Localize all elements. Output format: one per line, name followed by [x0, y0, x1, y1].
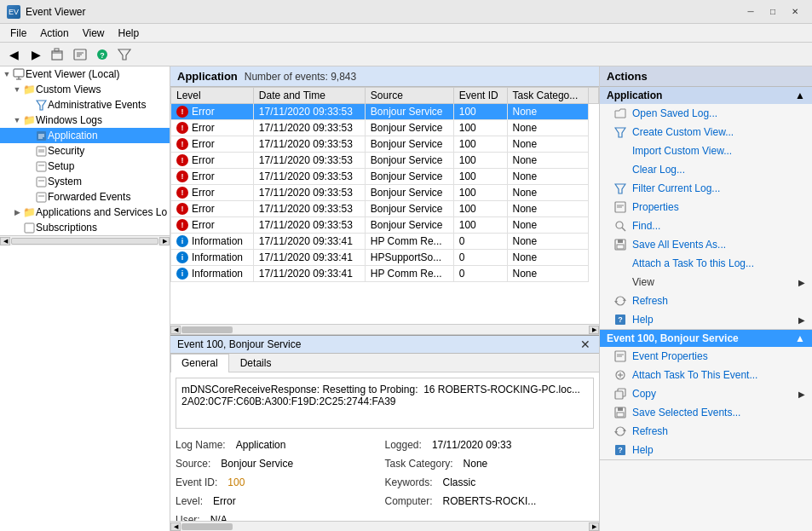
action-save-all-events[interactable]: Save All Events As... — [600, 235, 812, 254]
toolbar-filter[interactable] — [114, 45, 135, 64]
table-row[interactable]: ! Error 17/11/2020 09:33:53 Bonjour Serv… — [171, 169, 599, 185]
action-import-custom-view[interactable]: Import Custom View... — [600, 141, 812, 160]
cell-level: i Information — [171, 234, 254, 250]
table-row[interactable]: ! Error 17/11/2020 09:33:53 Bonjour Serv… — [171, 217, 599, 234]
table-row[interactable]: i Information 17/11/2020 09:33:41 HP Com… — [171, 266, 599, 282]
table-row[interactable]: i Information 17/11/2020 09:33:41 HP Com… — [171, 234, 599, 250]
scroll-right-btn[interactable]: ▶ — [159, 237, 170, 245]
tree-item-forwarded[interactable]: ▶ Forwarded Events — [0, 189, 170, 205]
menu-action[interactable]: Action — [33, 26, 75, 41]
events-table-container[interactable]: Level Date and Time Source Event ID Task… — [170, 87, 599, 324]
col-eventid[interactable]: Event ID — [453, 88, 507, 104]
col-taskcategory[interactable]: Task Catego... — [507, 88, 588, 104]
tree-label-event-viewer: Event Viewer (Local) — [26, 68, 120, 80]
menu-view[interactable]: View — [76, 26, 112, 41]
actions-section-header-event100[interactable]: Event 100, Bonjour Service ▲ — [600, 330, 812, 347]
table-scroll-right[interactable]: ▶ — [589, 326, 599, 334]
maximize-button[interactable]: □ — [763, 3, 783, 20]
action-help-event[interactable]: ? Help — [600, 441, 812, 459]
toolbar-help[interactable]: ? — [92, 45, 112, 64]
tree-item-security[interactable]: ▶ Security — [0, 143, 170, 159]
error-level-icon: ! — [176, 219, 188, 231]
tree-label-subscriptions: Subscriptions — [36, 222, 97, 234]
field-logged-row: Logged: 17/11/2020 09:33 — [385, 436, 595, 454]
field-level-label: Level: — [176, 493, 203, 509]
table-scroll-thumb[interactable] — [181, 326, 233, 333]
detail-scroll-left[interactable]: ◀ — [170, 522, 181, 531]
action-refresh-event[interactable]: Refresh — [600, 422, 812, 441]
tree-item-subscriptions[interactable]: ▶ Subscriptions — [0, 220, 170, 235]
table-row[interactable]: ! Error 17/11/2020 09:33:53 Bonjour Serv… — [171, 153, 599, 169]
minimize-button[interactable]: ─ — [740, 3, 761, 20]
action-create-custom-view[interactable]: Create Custom View... — [600, 123, 812, 141]
expand-icon[interactable]: ▼ — [2, 69, 12, 79]
tree-item-app-services[interactable]: ▶ 📁 Applications and Services Lo — [0, 205, 170, 220]
action-attach-task-log[interactable]: Attach a Task To this Log... — [600, 254, 812, 273]
detail-hscroll[interactable]: ◀ ▶ — [170, 521, 599, 531]
find-icon — [613, 219, 627, 233]
action-help-app[interactable]: ? Help ▶ — [600, 310, 812, 329]
action-filter-log[interactable]: Filter Current Log... — [600, 179, 812, 198]
col-source[interactable]: Source — [365, 88, 453, 104]
tab-general[interactable]: General — [170, 354, 229, 372]
expand-icon-custom[interactable]: ▼ — [12, 84, 22, 95]
tree-item-admin-events[interactable]: ▶ Administrative Events — [0, 97, 170, 113]
action-view[interactable]: View ▶ — [600, 273, 812, 291]
action-copy[interactable]: Copy ▶ — [600, 384, 812, 403]
table-row[interactable]: i Information 17/11/2020 09:33:41 HPSupp… — [171, 250, 599, 266]
menu-help[interactable]: Help — [112, 26, 147, 41]
action-find[interactable]: Find... — [600, 216, 812, 235]
tree-item-system[interactable]: ▶ System — [0, 174, 170, 189]
tree-item-setup[interactable]: ▶ Setup — [0, 159, 170, 174]
scroll-left-btn[interactable]: ◀ — [0, 237, 10, 245]
table-row[interactable]: ! Error 17/11/2020 09:33:53 Bonjour Serv… — [171, 120, 599, 136]
action-open-saved-log[interactable]: Open Saved Log... — [600, 104, 812, 123]
toolbar-open[interactable] — [48, 45, 68, 64]
action-save-selected[interactable]: Save Selected Events... — [600, 403, 812, 422]
event-detail-content[interactable]: mDNSCoreReceiveResponse: Resetting to Pr… — [170, 372, 599, 521]
toolbar-properties[interactable] — [70, 45, 90, 64]
filter-log-icon — [613, 182, 627, 195]
actions-section-collapse-event[interactable]: ▲ — [795, 332, 805, 344]
tab-details[interactable]: Details — [229, 354, 283, 372]
menu-file[interactable]: File — [3, 26, 33, 41]
detail-scroll-thumb[interactable] — [181, 523, 233, 530]
event-detail-close[interactable]: ✕ — [579, 338, 592, 351]
table-row[interactable]: ! Error 17/11/2020 09:33:53 Bonjour Serv… — [171, 136, 599, 153]
expand-icon-windows[interactable]: ▼ — [12, 115, 22, 125]
tree-item-windows-logs[interactable]: ▼ 📁 Windows Logs — [0, 113, 170, 128]
cell-level: ! Error — [171, 104, 254, 120]
action-refresh-app[interactable]: Refresh — [600, 291, 812, 310]
toolbar-back[interactable]: ◀ — [3, 45, 24, 64]
table-scroll-left[interactable]: ◀ — [170, 326, 181, 334]
actions-section-header-application[interactable]: Application ▲ — [600, 87, 812, 104]
event-message: mDNSCoreReceiveResponse: Resetting to Pr… — [176, 378, 594, 429]
scroll-thumb[interactable] — [11, 238, 158, 245]
tree-hscroll[interactable]: ◀ ▶ — [0, 235, 170, 245]
help-event-icon: ? — [613, 443, 627, 457]
tree-item-application[interactable]: ▶ Application — [0, 128, 170, 143]
expand-icon-appservices[interactable]: ▶ — [12, 207, 22, 217]
table-hscroll[interactable]: ◀ ▶ — [170, 324, 599, 334]
col-datetime[interactable]: Date and Time — [253, 88, 365, 104]
detail-scroll-right[interactable]: ▶ — [589, 522, 599, 531]
table-row[interactable]: ! Error 17/11/2020 09:33:53 Bonjour Serv… — [171, 201, 599, 217]
action-properties[interactable]: Properties — [600, 198, 812, 216]
tree-item-custom-views[interactable]: ▼ 📁 Custom Views — [0, 82, 170, 97]
error-level-icon: ! — [176, 106, 188, 118]
action-clear-log[interactable]: Clear Log... — [600, 160, 812, 179]
actions-section-collapse-app[interactable]: ▲ — [795, 89, 805, 101]
action-attach-task-event[interactable]: Attach Task To This Event... — [600, 366, 812, 384]
field-keywords-label: Keywords: — [385, 475, 433, 490]
events-count: Number of events: 9,843 — [245, 71, 356, 83]
table-row[interactable]: ! Error 17/11/2020 09:33:53 Bonjour Serv… — [171, 185, 599, 201]
table-row[interactable]: ! Error 17/11/2020 09:33:53 Bonjour Serv… — [171, 104, 599, 120]
cell-eventid: 100 — [453, 104, 507, 120]
col-level[interactable]: Level — [171, 88, 254, 104]
cell-eventid: 0 — [453, 266, 507, 282]
action-event-properties[interactable]: Event Properties — [600, 347, 812, 366]
field-eventid-value: 100 — [224, 475, 248, 490]
close-button[interactable]: ✕ — [785, 3, 805, 20]
toolbar-forward[interactable]: ▶ — [26, 45, 46, 64]
tree-item-event-viewer[interactable]: ▼ Event Viewer (Local) — [0, 66, 170, 82]
